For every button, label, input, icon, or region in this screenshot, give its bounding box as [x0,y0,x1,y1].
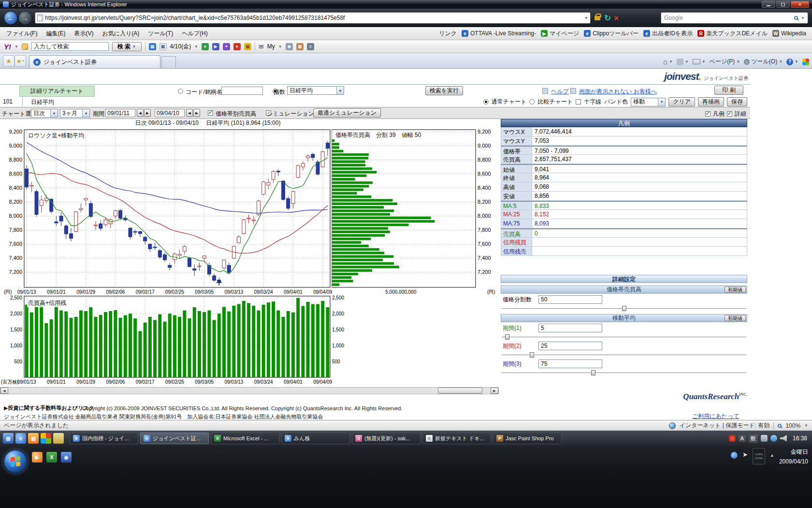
link-item[interactable]: eClippoツールバー [584,30,638,38]
help-link[interactable]: ヘルプ [551,88,569,96]
new-tab-stub[interactable] [161,56,176,68]
tray-alert-icon[interactable] [729,435,736,442]
link-item[interactable]: WWikipedia [772,30,806,38]
quicklaunch-ie-icon[interactable]: e [15,433,26,444]
alert-icon[interactable]: ● [233,43,241,50]
taskbar-button[interactable]: eみん株 [281,433,350,444]
yahoo-logo-dropdown-icon[interactable]: ▼ [14,45,18,49]
volume-icon[interactable] [780,435,787,442]
quicklaunch-desktop-icon[interactable]: ▦ [3,433,14,444]
toolbar-date[interactable]: 4/10(金) [170,43,191,51]
date-to-next-button[interactable]: ▶ [193,109,200,117]
my-menu[interactable]: My [267,43,275,50]
translate-icon[interactable]: ▦ [149,43,156,50]
setting-value-input[interactable]: 5 [538,324,602,332]
menu-item[interactable]: ヘルプ(H) [177,28,212,39]
quicklaunch-folder-icon[interactable] [53,433,64,444]
forward-button[interactable]: → [18,11,32,25]
home-button[interactable]: ⌂▼ [663,58,673,66]
index-select[interactable]: 日経平均▼ [287,86,344,95]
badge-icon[interactable]: ✦ [223,43,230,50]
yahoo-search-input[interactable]: 入力して検索 [31,42,109,51]
scroll-thumb[interactable] [438,388,482,394]
setting-slider[interactable] [501,334,747,340]
link-item[interactable]: R楽天ブックスDEメイル [697,30,768,38]
save-button[interactable]: 保存 [727,97,747,106]
code-input[interactable] [221,87,263,95]
nodisplay-link[interactable]: 画面が表示されない お客様へ [579,88,657,96]
add-favorite-icon[interactable]: ★+ [14,55,26,67]
tune-icon[interactable]: ≡ [307,43,314,50]
taskbar-button[interactable]: PJasc Paint Shop Pro [493,433,562,444]
quick-tabs-icon[interactable] [802,59,809,65]
slider-thumb[interactable] [505,334,509,340]
execute-search-button[interactable]: 検索を実行 [425,86,463,95]
taskbar-button[interactable]: S(無題)(更新) - sak... [352,433,420,444]
refresh-button[interactable]: ↻ [604,14,611,22]
setting-value-input[interactable]: 50 [538,295,602,304]
date-to-input[interactable]: 09/04/10 [155,109,185,117]
tools-menu-button[interactable]: ツール(O)▼ [744,58,783,66]
scroll-right-button[interactable]: ▶ [491,388,498,394]
tag-icon[interactable]: ◉ [286,43,293,50]
reset-button[interactable]: 初期値 [725,286,746,293]
tray-update-icon[interactable] [731,452,738,459]
redraw-button[interactable]: 再描画 [698,97,724,106]
tray-pointer-icon[interactable]: ➤ [742,451,748,458]
url-field[interactable]: https://joinvest.qri.jp/servlets/Query?S… [35,12,591,24]
pricevol-checkbox[interactable] [208,110,213,116]
price-volume-chart[interactable]: 7,2007,4007,6007,8008,0008,2008,4008,600… [332,127,499,297]
setting-value-input[interactable]: 75 [538,359,602,368]
media-player-icon[interactable]: ▶ [32,452,43,463]
taskbar-button[interactable]: XMicrosoft Excel - ... [211,433,279,444]
risk-link[interactable]: ▶投資に関する手数料等およびリスク [4,404,94,412]
reset-button[interactable]: 初期値 [725,315,746,321]
tray-tablet-icon[interactable] [761,435,768,442]
menu-item[interactable]: ツール(T) [144,28,177,39]
stop-button[interactable]: × [614,14,619,22]
code-radio[interactable] [178,89,183,94]
link-item[interactable]: eOTTAVA -Live Streaming- [462,30,536,38]
search-icon[interactable] [794,16,798,20]
back-button[interactable]: ← [4,11,17,25]
print-page-button[interactable]: 印 刷 [714,86,743,95]
url-dropdown-icon[interactable]: ▼ [584,16,588,20]
slider-thumb[interactable] [530,352,534,358]
setting-slider[interactable] [501,370,747,376]
date-to-prev-button[interactable]: ◀ [186,109,193,117]
taskbar-button[interactable]: ≡新規テキスト ドキ... [422,433,491,444]
zoom-icon[interactable] [778,424,782,428]
frequency-select[interactable]: 日次▼ [31,109,58,118]
mail-icon[interactable]: ✉ [259,43,264,50]
chart-scrollbar[interactable]: ◀ ▶ [0,387,499,394]
tray-time[interactable]: 16:38 [793,435,807,442]
link-item[interactable]: e出品者IDを表示 [643,30,693,38]
crosshair-checkbox[interactable] [576,99,581,105]
edit-pencil-icon[interactable] [22,44,28,50]
tray-expand-icon[interactable]: ▲ [770,453,774,458]
setting-slider[interactable] [501,352,747,358]
search-box[interactable]: Google ▼ [661,12,808,24]
search-engine-label[interactable]: Google [664,15,791,21]
search-dropdown-icon[interactable]: ▼ [801,16,805,20]
yahoo-search-button[interactable]: 検 索 ▼ [112,42,142,51]
excel-quick-icon[interactable]: X [46,452,57,463]
close-button[interactable]: × [791,1,809,8]
link-item[interactable]: ▶マイページ [541,30,579,38]
print-button[interactable]: ▼ [693,59,706,64]
setting-slider[interactable] [501,305,747,312]
url-text[interactable]: https://joinvest.qri.jp/servlets/Query?S… [45,15,582,21]
compare-chart-radio[interactable] [529,99,535,105]
puzzle-icon[interactable]: ▦ [244,43,251,50]
ime-kind-button[interactable]: 般 [749,434,758,443]
menu-item[interactable]: 表示(V) [70,28,98,39]
wallet-icon[interactable]: ● [202,43,209,50]
normal-chart-radio[interactable] [483,99,489,105]
legend-checkbox[interactable] [705,111,710,117]
page-menu-button[interactable]: ページ(P)▼ [710,58,740,66]
photo-icon[interactable]: ▦ [296,43,304,50]
tray-network-icon[interactable] [770,435,777,442]
quicklaunch-photo-icon[interactable]: ▩ [28,433,39,444]
video-icon[interactable]: ▶ [212,43,219,50]
taskbar-button[interactable]: eジョインベスト証... [140,433,209,444]
